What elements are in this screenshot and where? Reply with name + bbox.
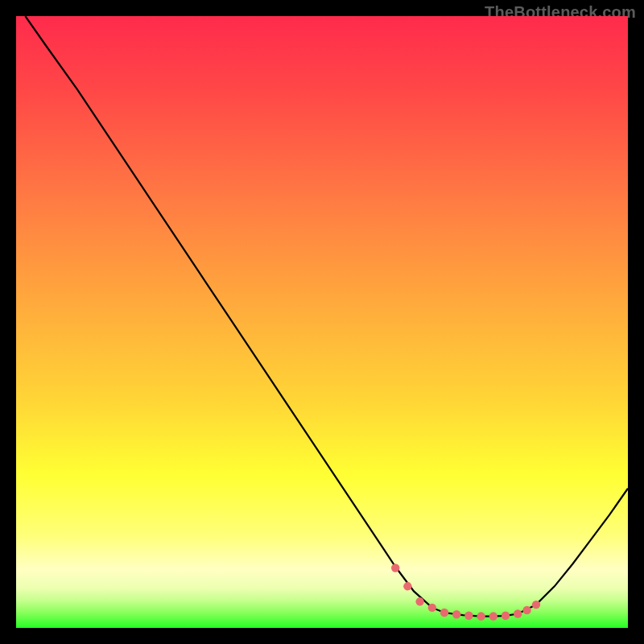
- marker-dot: [522, 606, 530, 614]
- marker-dot: [415, 597, 423, 605]
- plot-area: [16, 16, 628, 628]
- marker-dot: [428, 604, 436, 612]
- marker-dot: [464, 612, 473, 620]
- marker-dot: [489, 612, 497, 620]
- marker-dot: [532, 601, 540, 609]
- marker-dot: [452, 610, 460, 618]
- marker-dot: [440, 609, 448, 617]
- marker-dot: [502, 612, 510, 620]
- marker-dot: [477, 612, 485, 620]
- marker-dot: [514, 609, 522, 617]
- marker-dot: [391, 564, 399, 572]
- marker-dot: [403, 582, 411, 590]
- chart-container: TheBottleneck.com: [0, 0, 644, 644]
- gradient-background: [16, 16, 628, 628]
